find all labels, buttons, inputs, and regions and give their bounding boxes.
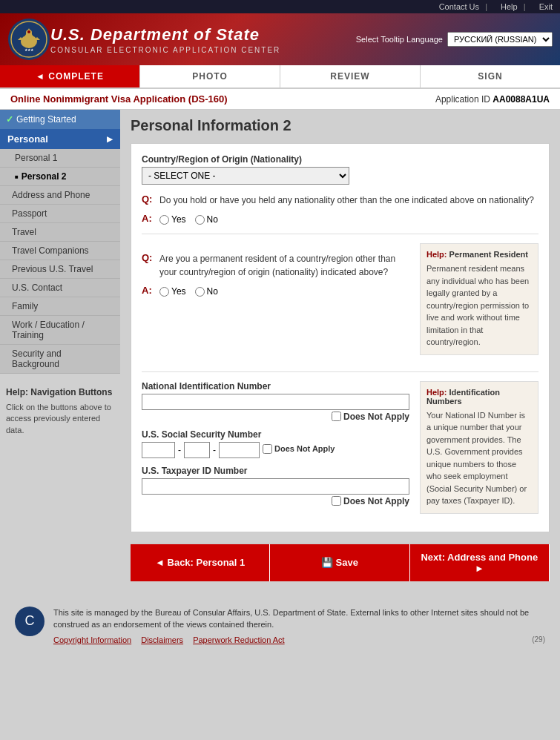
taxpayer-id-field: U.S. Taxpayer ID Number Does Not Apply bbox=[142, 466, 409, 506]
svg-point-2 bbox=[21, 35, 37, 48]
national-id-input[interactable] bbox=[142, 394, 409, 410]
ssn-dna-checkbox[interactable] bbox=[263, 444, 272, 454]
q2-yes-label[interactable]: Yes bbox=[159, 286, 186, 297]
help-box-pr-title: Help: Permanent Resident bbox=[426, 250, 532, 259]
svg-point-7 bbox=[27, 30, 30, 33]
footer-logo: C bbox=[15, 607, 45, 636]
nationality-select[interactable]: - SELECT ONE - bbox=[142, 167, 349, 185]
q2-section: Q: Are you a permanent resident of a cou… bbox=[142, 243, 538, 363]
national-id-dna-checkbox[interactable] bbox=[332, 412, 341, 421]
ssn-group: - - Does Not Apply bbox=[142, 442, 409, 458]
save-icon: 💾 bbox=[321, 557, 336, 568]
app-title: Online Nonimmigrant Visa Application (DS… bbox=[10, 93, 228, 105]
q1-no-label[interactable]: No bbox=[195, 214, 218, 225]
progress-step-sign[interactable]: SIGN bbox=[421, 65, 560, 87]
sidebar-help-text: Click on the buttons above to access pre… bbox=[6, 402, 114, 436]
svg-text:★★★: ★★★ bbox=[24, 47, 34, 52]
a1-row: A: Yes No bbox=[142, 211, 538, 225]
sidebar-item-family[interactable]: Family bbox=[0, 297, 120, 316]
q2-label: Q: bbox=[142, 252, 155, 279]
q1-yes-radio[interactable] bbox=[159, 215, 169, 225]
progress-step-photo[interactable]: PHOTO bbox=[140, 65, 280, 87]
q2-form-col: Q: Are you a permanent resident of a cou… bbox=[142, 243, 409, 363]
national-id-dna-label[interactable]: Does Not Apply bbox=[142, 412, 409, 422]
copyright-link[interactable]: Copyright Information bbox=[53, 635, 131, 644]
taxpayer-id-dna-row: Does Not Apply bbox=[142, 496, 409, 506]
q2-no-radio[interactable] bbox=[195, 287, 205, 297]
app-id: Application ID AA0088A1UA bbox=[435, 94, 550, 105]
sidebar-item-travel-companions[interactable]: Travel Companions bbox=[0, 242, 120, 260]
disclaimers-link[interactable]: Disclaimers bbox=[141, 635, 183, 644]
help-col-id: Help: Identification Numbers Your Nation… bbox=[420, 381, 538, 521]
sidebar-help-box: Help: Navigation Buttons Click on the bu… bbox=[0, 383, 120, 440]
sidebar-section-personal[interactable]: Personal ▶ bbox=[0, 129, 120, 149]
contact-us-link[interactable]: Contact Us bbox=[439, 2, 479, 11]
checkmark-icon: ✓ bbox=[6, 114, 13, 125]
personal-section-label: Personal bbox=[7, 133, 48, 145]
lang-label: Select Tooltip Language bbox=[356, 35, 443, 44]
footer-text-area: This site is managed by the Bureau of Co… bbox=[53, 607, 545, 647]
progress-step-complete[interactable]: COMPLETE bbox=[0, 65, 140, 87]
a2-row: A: Yes No bbox=[142, 283, 409, 297]
ssn-sep1: - bbox=[178, 445, 181, 455]
ssn-dna-label[interactable]: Does Not Apply bbox=[263, 444, 335, 454]
sidebar-item-personal1[interactable]: Personal 1 bbox=[0, 149, 120, 168]
sidebar-item-personal2[interactable]: Personal 2 bbox=[0, 168, 120, 186]
progress-nav: COMPLETE PHOTO REVIEW SIGN bbox=[0, 65, 560, 89]
paperwork-link[interactable]: Paperwork Reduction Act bbox=[193, 635, 285, 644]
arrow-icon: ▶ bbox=[107, 135, 113, 143]
id-section: National Identification Number Does Not … bbox=[142, 381, 538, 521]
q2-no-label[interactable]: No bbox=[195, 286, 218, 297]
getting-started-label: Getting Started bbox=[16, 114, 76, 125]
help-box-permanent-resident: Help: Permanent Resident Permanent resid… bbox=[420, 243, 538, 355]
help-col-permanent: Help: Permanent Resident Permanent resid… bbox=[420, 243, 538, 363]
sidebar-item-us-contact[interactable]: U.S. Contact bbox=[0, 279, 120, 297]
language-selector-area: Select Tooltip Language РУССКИЙ (RUSSIAN… bbox=[356, 32, 553, 47]
help-box-id-text: Your National ID Number is a unique numb… bbox=[426, 409, 532, 507]
taxpayer-id-dna-label[interactable]: Does Not Apply bbox=[142, 496, 409, 506]
ssn-sep2: - bbox=[213, 445, 216, 455]
divider2 bbox=[142, 371, 538, 372]
q2-row: Q: Are you a permanent resident of a cou… bbox=[142, 252, 409, 279]
progress-step-review[interactable]: REVIEW bbox=[280, 65, 421, 87]
a2-label: A: bbox=[142, 285, 155, 296]
ssn-part2-input[interactable] bbox=[184, 442, 210, 458]
sidebar-item-passport[interactable]: Passport bbox=[0, 205, 120, 223]
ssn-part3-input[interactable] bbox=[219, 442, 260, 458]
taxpayer-id-dna-checkbox[interactable] bbox=[332, 496, 341, 506]
q1-yes-label[interactable]: Yes bbox=[159, 214, 186, 225]
sidebar-item-security[interactable]: Security and Background bbox=[0, 345, 120, 374]
ssn-field: U.S. Social Security Number - - Does Not… bbox=[142, 429, 409, 458]
q1-no-radio[interactable] bbox=[195, 215, 205, 225]
q1-radio-group: Yes No bbox=[159, 214, 218, 225]
agency-title: U.S. Department of State CONSULAR ELECTR… bbox=[50, 25, 280, 54]
agency-seal: ★★★ bbox=[7, 18, 50, 61]
sep2: | bbox=[524, 2, 526, 11]
form-panel: Country/Region of Origin (Nationality) -… bbox=[131, 143, 550, 532]
save-button[interactable]: 💾 Save bbox=[270, 544, 409, 581]
id-form-col: National Identification Number Does Not … bbox=[142, 381, 409, 521]
nationality-field: Country/Region of Origin (Nationality) -… bbox=[142, 154, 538, 185]
exit-link[interactable]: Exit bbox=[539, 2, 553, 11]
q1-text: Do you hold or have you held any nationa… bbox=[159, 194, 534, 207]
sidebar-item-previous-travel[interactable]: Previous U.S. Travel bbox=[0, 260, 120, 279]
sidebar-item-travel[interactable]: Travel bbox=[0, 223, 120, 242]
back-button[interactable]: Back: Personal 1 bbox=[131, 544, 270, 581]
national-id-field: National Identification Number Does Not … bbox=[142, 381, 409, 422]
page-title: Personal Information 2 bbox=[131, 117, 550, 134]
q1-label: Q: bbox=[142, 194, 155, 207]
header: ★★★ U.S. Department of State CONSULAR EL… bbox=[0, 13, 560, 65]
next-button[interactable]: Next: Address and Phone bbox=[410, 544, 550, 581]
help-box-id-title: Help: Identification Numbers bbox=[426, 388, 532, 406]
q2-block: Q: Are you a permanent resident of a cou… bbox=[142, 252, 409, 297]
taxpayer-id-input[interactable] bbox=[142, 478, 409, 495]
language-select[interactable]: РУССКИЙ (RUSSIAN) bbox=[447, 32, 553, 47]
sidebar-item-address-phone[interactable]: Address and Phone bbox=[0, 186, 120, 205]
sidebar-item-getting-started[interactable]: ✓ Getting Started bbox=[0, 110, 120, 129]
q2-text: Are you a permanent resident of a countr… bbox=[159, 252, 409, 279]
sidebar-item-work-education[interactable]: Work / Education / Training bbox=[0, 316, 120, 345]
sep1: | bbox=[485, 2, 487, 11]
help-link[interactable]: Help bbox=[501, 2, 518, 11]
ssn-part1-input[interactable] bbox=[142, 442, 175, 458]
q2-yes-radio[interactable] bbox=[159, 287, 169, 297]
